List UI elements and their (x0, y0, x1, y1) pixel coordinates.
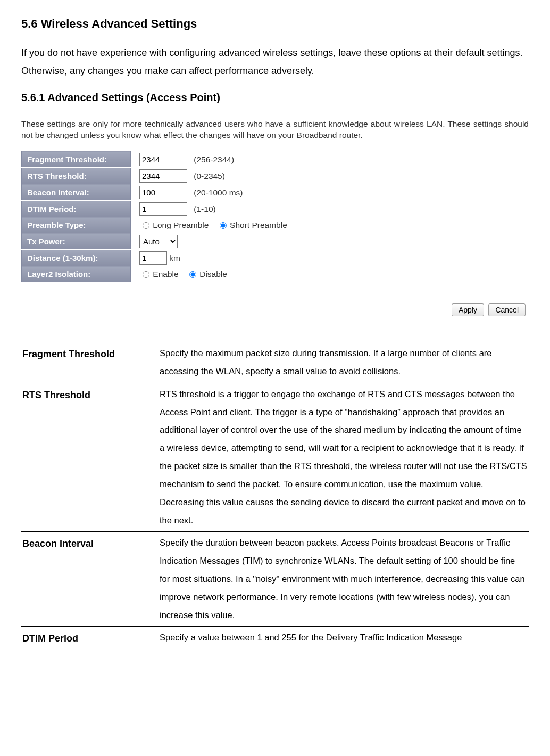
preamble-short-radio[interactable] (220, 222, 227, 229)
settings-hint: These settings are only for more technic… (21, 119, 529, 141)
definition-row: Fragment Threshold Specify the maximum p… (21, 342, 529, 383)
preamble-long-radio[interactable] (143, 222, 149, 229)
settings-screenshot: These settings are only for more technic… (21, 119, 529, 316)
beacon-interval-label: Beacon Interval: (22, 184, 131, 201)
rts-threshold-range: (0-2345) (194, 171, 225, 180)
definitions-table: Fragment Threshold Specify the maximum p… (21, 342, 529, 651)
fragment-threshold-label: Fragment Threshold: (22, 151, 131, 168)
beacon-interval-input[interactable] (139, 186, 187, 199)
distance-label: Distance (1-30km): (22, 250, 131, 266)
dtim-period-range: (1-10) (194, 204, 215, 213)
definition-row: DTIM Period Specify a value between 1 an… (21, 627, 529, 651)
preamble-long-label: Long Preamble (153, 220, 209, 229)
distance-input[interactable] (139, 251, 167, 265)
layer2-isolation-label: Layer2 Isolation: (22, 266, 131, 282)
dtim-period-input[interactable] (139, 202, 187, 216)
tx-power-select[interactable]: Auto (139, 235, 178, 248)
beacon-interval-range: (20-1000 ms) (194, 188, 243, 197)
section-title: 5.6 Wireless Advanced Settings (21, 17, 529, 31)
cancel-button[interactable]: Cancel (488, 303, 526, 316)
tx-power-label: Tx Power: (22, 233, 131, 250)
distance-unit: km (169, 253, 180, 262)
settings-form: Fragment Threshold: (256-2344) RTS Thres… (21, 151, 297, 282)
definition-term: Fragment Threshold (21, 342, 159, 383)
definition-row: Beacon Interval Specify the duration bet… (21, 532, 529, 627)
section-intro: If you do not have experience with confi… (21, 44, 529, 80)
rts-threshold-input[interactable] (139, 169, 187, 183)
definition-desc: Specify a value between 1 and 255 for th… (159, 627, 529, 651)
fragment-threshold-input[interactable] (139, 153, 187, 166)
preamble-type-label: Preamble Type: (22, 217, 131, 233)
definition-desc: Specify the maximum packet size during t… (159, 342, 529, 383)
definition-term: RTS Threshold (21, 383, 159, 532)
dtim-period-label: DTIM Period: (22, 201, 131, 217)
definition-term: Beacon Interval (21, 532, 159, 627)
layer2-enable-radio[interactable] (143, 271, 149, 278)
definition-desc: Specify the duration between beacon pack… (159, 532, 529, 627)
layer2-disable-label: Disable (199, 269, 227, 278)
layer2-enable-label: Enable (153, 269, 178, 278)
layer2-disable-radio[interactable] (189, 271, 196, 278)
definition-term: DTIM Period (21, 627, 159, 651)
definition-row: RTS Threshold RTS threshold is a trigger… (21, 383, 529, 532)
definition-desc: RTS threshold is a trigger to engage the… (159, 383, 529, 532)
preamble-short-label: Short Preamble (230, 220, 287, 229)
subsection-title: 5.6.1 Advanced Settings (Access Point) (21, 92, 529, 104)
rts-threshold-label: RTS Threshold: (22, 168, 131, 184)
fragment-threshold-range: (256-2344) (194, 155, 234, 164)
apply-button[interactable]: Apply (452, 303, 484, 316)
